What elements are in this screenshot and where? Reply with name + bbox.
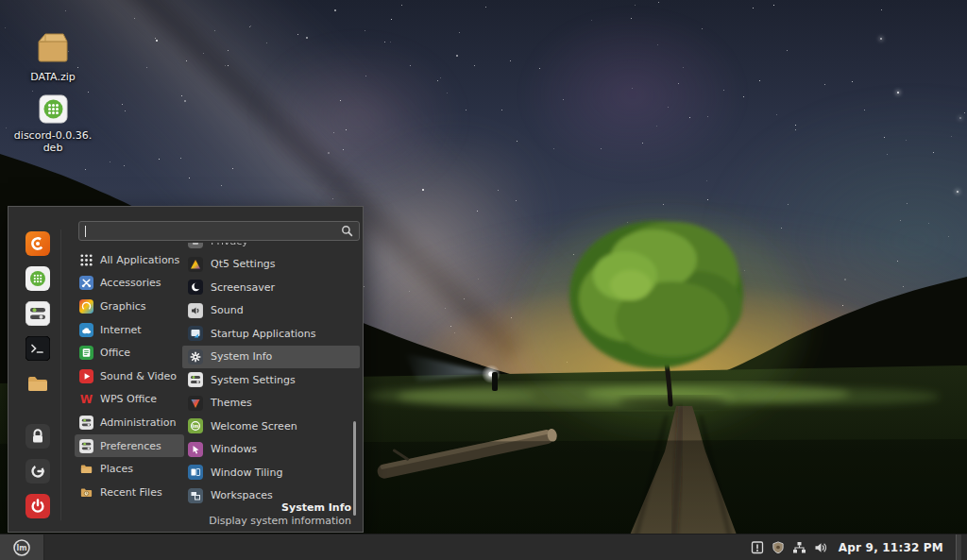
update-notifier-icon [751,540,764,554]
app-item-themes[interactable]: Themes [182,392,360,416]
preferences-icon [79,439,93,453]
system-tray: Apr 9, 11:32 PM [751,535,967,560]
grid-icon [79,253,93,267]
category-label: Graphics [100,300,146,313]
window-tiling-icon [188,465,203,480]
category-label: Recent Files [100,486,162,499]
volume-icon [814,541,828,554]
lock-icon [25,424,50,449]
svg-text:lm: lm [16,544,26,552]
app-label: Qt5 Settings [211,258,276,270]
app-item-system-info[interactable]: System Info [182,346,360,369]
sidebar-item-firefox[interactable] [24,229,52,258]
category-sound-video[interactable]: Sound & Video [75,365,184,388]
sidebar-item-terminal[interactable] [24,334,52,363]
app-label: Welcome Screen [211,420,297,433]
category-administration[interactable]: Administration [75,411,184,434]
files-icon [25,371,50,396]
sidebar-item-system-settings[interactable] [24,299,52,328]
sidebar-item-files[interactable] [24,369,52,398]
app-item-qt5-settings[interactable]: Qt5 Settings [182,253,360,277]
sound-video-icon [79,369,93,383]
svg-text:lm: lm [193,423,199,429]
text-cursor [85,226,86,237]
menu-button[interactable]: lm [0,535,44,560]
app-label: Workspaces [211,489,273,501]
svg-text:W: W [80,393,93,406]
category-label: Accessories [100,277,161,289]
selection-description: Display system information [209,515,351,527]
zip-archive-icon [32,30,74,65]
sidebar-item-shutdown[interactable] [24,492,52,520]
app-item-screensaver[interactable]: Screensaver [182,276,360,299]
taskbar: lm Apr [0,534,967,560]
system-info-icon [188,349,203,365]
places-icon [79,462,93,476]
sidebar-item-software-manager[interactable] [24,264,52,293]
tray-update-notifier[interactable] [751,540,764,554]
system-settings-icon [25,301,50,326]
sidebar-item-lock-screen[interactable] [24,422,52,450]
tray-firewall[interactable] [772,540,785,554]
menu-sidebar [15,229,61,520]
category-wps-office[interactable]: W WPS Office [75,388,184,412]
sound-icon [188,303,203,318]
app-label: Window Tiling [211,467,282,479]
sidebar-item-logout[interactable] [24,457,52,485]
screensaver-icon [188,280,203,295]
wps-office-icon: W [79,392,93,406]
recent-files-icon [79,485,93,500]
app-label: Screensaver [211,281,275,294]
app-item-windows[interactable]: Windows [182,438,360,462]
startup-applications-icon [188,326,203,341]
app-label: Startup Applications [211,328,316,340]
category-label: Preferences [100,440,161,452]
category-all-applications[interactable]: All Applications [75,248,184,272]
app-item-window-tiling[interactable]: Window Tiling [182,461,360,484]
desktop-icon-discord-deb[interactable]: discord-0.0.36.deb [12,94,93,154]
app-item-system-settings[interactable]: System Settings [182,368,360,392]
category-preferences[interactable]: Preferences [75,434,184,458]
category-graphics[interactable]: Graphics [75,295,184,318]
tray-network[interactable] [792,541,806,554]
firewall-icon [772,540,785,554]
app-item-welcome-screen[interactable]: lm Welcome Screen [182,415,360,438]
app-item-startup-applications[interactable]: Startup Applications [182,322,360,346]
terminal-icon [25,336,50,361]
windows-icon [188,442,203,457]
software-manager-icon [25,266,50,291]
tray-volume[interactable] [814,541,828,554]
graphics-icon [79,299,93,314]
qt5-settings-icon [188,257,203,272]
desktop-icon-data-zip[interactable]: DATA.zip [12,30,93,84]
privacy-icon [188,243,203,248]
administration-icon [79,416,93,430]
app-item-privacy[interactable]: Privacy [182,243,360,253]
firefox-icon [25,231,50,256]
panel-clock[interactable]: Apr 9, 11:32 PM [839,541,943,554]
category-label: Sound & Video [100,370,177,382]
app-label: System Info [211,350,272,363]
show-desktop-button[interactable] [956,535,961,560]
mint-logo-icon: lm [12,538,31,557]
logout-icon [25,459,50,484]
category-accessories[interactable]: Accessories [75,272,184,296]
category-office[interactable]: Office [75,341,184,365]
category-internet[interactable]: Internet [75,318,184,342]
system-settings-icon [188,372,203,387]
themes-icon [188,396,203,411]
category-places[interactable]: Places [75,457,184,481]
application-menu: All Applications Accessories Graphics [8,206,364,533]
app-label: Sound [211,304,244,316]
apps-scrollbar[interactable] [353,421,356,516]
category-label: Places [100,463,133,475]
menu-search-input[interactable] [78,221,360,241]
desktop-icon-label: discord-0.0.36.deb [12,130,93,154]
category-recent-files[interactable]: Recent Files [75,481,184,504]
category-label: WPS Office [100,393,157,405]
network-icon [792,541,806,554]
category-label: Internet [100,324,142,336]
app-label: Themes [211,397,252,409]
category-label: All Applications [100,254,179,266]
app-item-sound[interactable]: Sound [182,299,360,323]
